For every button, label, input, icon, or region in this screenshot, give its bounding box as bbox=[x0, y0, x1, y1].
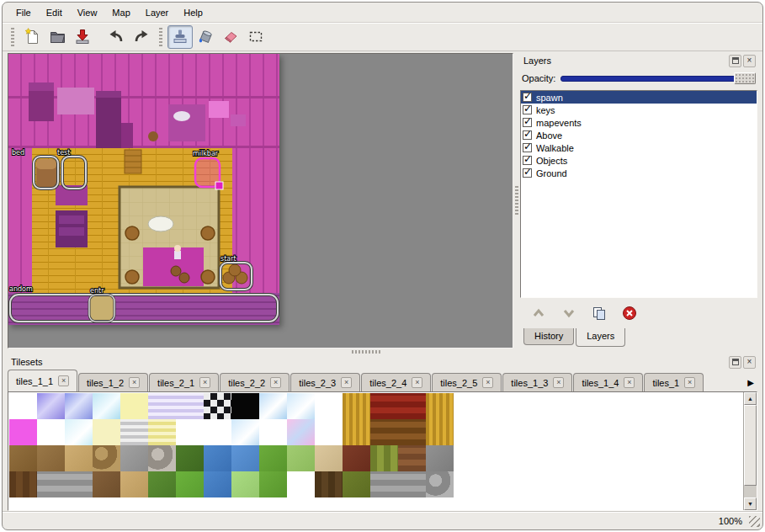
tab-close-icon[interactable]: × bbox=[412, 377, 422, 388]
tileset-tab-tiles_2_2[interactable]: tiles_2_2 × bbox=[220, 373, 290, 391]
tile[interactable] bbox=[9, 393, 37, 419]
tile[interactable] bbox=[287, 393, 315, 419]
tile[interactable] bbox=[343, 445, 370, 471]
tile[interactable] bbox=[259, 393, 287, 419]
layer-row-spawn[interactable]: ✓ spawn bbox=[521, 91, 757, 104]
tile[interactable] bbox=[426, 393, 454, 419]
vertical-splitter[interactable] bbox=[513, 53, 520, 348]
float-dock-button[interactable] bbox=[729, 55, 741, 67]
opacity-slider[interactable] bbox=[560, 72, 756, 85]
menu-layer[interactable]: Layer bbox=[139, 4, 176, 21]
tileset-grid[interactable] bbox=[9, 393, 454, 497]
tile[interactable] bbox=[204, 471, 231, 497]
layer-visibility-checkbox[interactable]: ✓ bbox=[523, 93, 532, 102]
tile[interactable] bbox=[343, 419, 370, 445]
layer-visibility-checkbox[interactable]: ✓ bbox=[523, 118, 532, 127]
tilesets-dock-titlebar[interactable]: Tilesets × bbox=[8, 354, 757, 370]
tile[interactable] bbox=[37, 445, 65, 471]
eraser-button[interactable] bbox=[218, 25, 243, 49]
tile[interactable] bbox=[9, 419, 37, 445]
tile[interactable] bbox=[148, 471, 176, 497]
tab-history[interactable]: History bbox=[523, 328, 574, 345]
tile[interactable] bbox=[315, 393, 343, 419]
tile[interactable] bbox=[176, 471, 204, 497]
tile[interactable] bbox=[259, 471, 287, 497]
tile[interactable] bbox=[231, 393, 259, 419]
scrollbar-thumb[interactable] bbox=[744, 405, 757, 486]
tile[interactable] bbox=[176, 419, 204, 445]
redo-button[interactable] bbox=[129, 25, 154, 49]
tile[interactable] bbox=[148, 393, 176, 419]
tileset-tab-tiles_2_1[interactable]: tiles_2_1 × bbox=[149, 373, 219, 391]
close-dock-button[interactable]: × bbox=[743, 55, 756, 67]
tile[interactable] bbox=[37, 419, 65, 445]
layer-visibility-checkbox[interactable]: ✓ bbox=[523, 156, 532, 165]
layer-row-keys[interactable]: ✓ keys bbox=[521, 104, 757, 116]
tab-close-icon[interactable]: × bbox=[341, 377, 352, 388]
tile[interactable] bbox=[398, 471, 426, 497]
tileset-tab-tiles_1_3[interactable]: tiles_1_3 × bbox=[502, 373, 572, 391]
tab-scroll-right-button[interactable]: ▶ bbox=[744, 373, 757, 391]
tile[interactable] bbox=[315, 419, 343, 445]
tab-close-icon[interactable]: × bbox=[553, 377, 564, 388]
tile[interactable] bbox=[65, 471, 93, 497]
tile[interactable] bbox=[93, 471, 120, 497]
tileset-tab-tiles_1_1[interactable]: tiles_1_1 × bbox=[8, 370, 77, 391]
tile[interactable] bbox=[120, 445, 148, 471]
tile[interactable] bbox=[259, 445, 287, 471]
layer-row-mapevents[interactable]: ✓ mapevents bbox=[521, 116, 757, 129]
tileset-tab-tiles_1_5[interactable]: tiles_1 × bbox=[644, 373, 704, 391]
tile[interactable] bbox=[370, 471, 398, 497]
tab-close-icon[interactable]: × bbox=[684, 377, 695, 388]
tile[interactable] bbox=[9, 445, 37, 471]
layer-row-ground[interactable]: ✓ Ground bbox=[521, 167, 757, 179]
tile[interactable] bbox=[287, 419, 315, 445]
tile[interactable] bbox=[426, 471, 454, 497]
tile[interactable] bbox=[93, 445, 120, 471]
tile[interactable] bbox=[398, 393, 426, 419]
new-map-button[interactable] bbox=[19, 25, 45, 49]
splitter-grip[interactable] bbox=[352, 350, 380, 354]
tile[interactable] bbox=[231, 445, 259, 471]
menu-help[interactable]: Help bbox=[177, 4, 210, 21]
menu-edit[interactable]: Edit bbox=[40, 4, 69, 21]
rectangular-select-button[interactable] bbox=[243, 25, 268, 49]
scroll-up-button[interactable]: ▲ bbox=[744, 392, 757, 405]
tile[interactable] bbox=[93, 419, 120, 445]
tile[interactable] bbox=[9, 471, 37, 497]
tab-close-icon[interactable]: × bbox=[58, 375, 69, 386]
tile[interactable] bbox=[37, 393, 65, 419]
tile[interactable] bbox=[120, 419, 148, 445]
layer-row-objects[interactable]: ✓ Objects bbox=[521, 154, 757, 167]
horizontal-splitter[interactable] bbox=[3, 348, 762, 354]
splitter-grip[interactable] bbox=[515, 186, 518, 215]
tileset-tab-tiles_1_4[interactable]: tiles_1_4 × bbox=[573, 373, 643, 391]
tile[interactable] bbox=[398, 419, 426, 445]
tile[interactable] bbox=[370, 419, 398, 445]
layer-row-above[interactable]: ✓ Above bbox=[521, 129, 757, 141]
float-dock-button[interactable] bbox=[729, 356, 741, 369]
tile[interactable] bbox=[259, 419, 287, 445]
tile[interactable] bbox=[176, 445, 204, 471]
resize-grip[interactable] bbox=[749, 516, 760, 527]
tile[interactable] bbox=[426, 419, 454, 445]
tile[interactable] bbox=[93, 393, 120, 419]
tile[interactable] bbox=[176, 393, 204, 419]
tile[interactable] bbox=[343, 471, 370, 497]
tile[interactable] bbox=[426, 445, 454, 471]
tab-close-icon[interactable]: × bbox=[624, 377, 635, 388]
lower-layer-button[interactable] bbox=[559, 304, 579, 324]
tile[interactable] bbox=[148, 445, 176, 471]
tileset-tab-tiles_1_2[interactable]: tiles_1_2 × bbox=[78, 373, 148, 391]
tileset-tab-tiles_2_5[interactable]: tiles_2_5 × bbox=[432, 373, 502, 391]
tile[interactable] bbox=[204, 445, 231, 471]
undo-button[interactable] bbox=[104, 25, 129, 49]
tile[interactable] bbox=[148, 419, 176, 445]
bucket-fill-button[interactable] bbox=[193, 25, 218, 49]
raise-layer-button[interactable] bbox=[529, 304, 549, 324]
scrollbar-track[interactable] bbox=[744, 486, 757, 497]
tile[interactable] bbox=[315, 445, 343, 471]
tile[interactable] bbox=[370, 393, 398, 419]
tab-close-icon[interactable]: × bbox=[270, 377, 281, 388]
close-dock-button[interactable]: × bbox=[743, 356, 756, 369]
